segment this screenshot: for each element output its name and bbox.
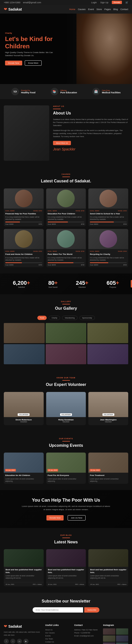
insta-item-6[interactable] (116, 642, 128, 644)
stat-number-1: 6,200+ (13, 280, 30, 286)
features-bar: 🍽 Provide For Healthy Food 📚 Offering Pu… (0, 84, 132, 99)
volunteer-name-3: Jean Washington (88, 419, 128, 421)
gallery-item-5[interactable] (46, 344, 87, 364)
logo-text: Sadakat (8, 7, 22, 11)
nav-causes[interactable]: Causes (78, 8, 86, 11)
help-join-button[interactable]: Join Us Now (68, 515, 86, 520)
about-text2: Sadakat through the use of literature on… (53, 129, 128, 138)
footer-link-causes[interactable]: Our Causes (45, 631, 70, 634)
newsletter-section: Subscribe our Newsletter Subscribe (0, 593, 132, 619)
volunteers-header: Know Our Team Our Expert Volunteer (4, 377, 128, 387)
gallery-tag: Gallery (4, 301, 128, 302)
nav-store[interactable]: Store (96, 8, 102, 11)
topbar-phone[interactable]: +880 1234-5360 (4, 1, 20, 4)
footer-link-contact[interactable]: Contact Us (45, 640, 70, 643)
news-author-3: PRY + Admin (117, 584, 126, 585)
gallery-grid (4, 323, 128, 364)
instagram-grid (103, 628, 128, 644)
cause-img-6 (88, 229, 128, 249)
gallery-tab-food[interactable]: Food (37, 316, 47, 320)
nav-home[interactable]: Home (69, 8, 75, 11)
linkedin-icon[interactable]: in (17, 639, 22, 644)
news-date-1: 18 Jun, 2021 (6, 584, 14, 585)
news-title: Latest News (4, 540, 128, 545)
feature-medical: 🏥 Care Free Medical Facilities (92, 88, 121, 95)
cause-img-1 (4, 188, 44, 209)
stat-label-1: Satisfied (13, 286, 30, 288)
about-title: About Us (53, 111, 128, 116)
insta-item-3[interactable] (103, 635, 115, 642)
footer-link-about[interactable]: About Us (45, 628, 70, 631)
youtube-icon[interactable]: ▶ (23, 639, 29, 644)
volunteer-role-2: Volunteer (46, 421, 86, 423)
cause-card-4: GOAL: $3000RAISE: $700 Food and Home for… (4, 229, 44, 267)
gallery-item-1[interactable] (4, 323, 45, 343)
signup-link[interactable]: Sign Up (100, 1, 108, 4)
cart-icon[interactable]: 🛒 (125, 1, 128, 4)
help-buttons: Donate Now Join Us Now (4, 515, 128, 520)
footer-link-events[interactable]: Events (45, 634, 70, 637)
events-title: Upcoming Events (4, 443, 128, 448)
news-header: Our Blog Latest News (4, 534, 128, 545)
volunteers-tag: Know Our Team (4, 377, 128, 379)
news-title-2: Boot and two published their supplier li… (48, 569, 84, 574)
cause-card-2: GOAL: $3000RAISE: $700 Education For Poo… (46, 188, 86, 227)
nav-pages[interactable]: Pages (104, 8, 111, 11)
nav-event[interactable]: Event (88, 8, 94, 11)
facebook-icon[interactable]: f (4, 639, 9, 644)
gallery-item-2[interactable] (46, 323, 87, 343)
donate-now-button[interactable]: Donate Now (5, 61, 22, 65)
help-donate-button[interactable]: Donate Now (46, 515, 64, 520)
donate-btn-topbar[interactable]: Donate (112, 1, 122, 4)
gallery-title: Our Gallery (4, 306, 128, 311)
topbar-left: +880 1234-5360 email@gmail.com (4, 1, 43, 4)
logo: ❤ Sadakat (4, 7, 22, 12)
footer-contact-title: Contact (74, 624, 99, 626)
volunteer-card-1: VOLUNTEER Devin Robertson Volunteer (4, 392, 44, 425)
volunteer-card-3: VOLUNTEER Jean Washington Volunteer (88, 392, 128, 425)
news-author-2: PRY + Admin (75, 584, 84, 585)
know-more-button[interactable]: Know More (25, 60, 41, 66)
gallery-tab-volunteering[interactable]: Volunteering (62, 316, 77, 320)
volunteers-divider (62, 380, 70, 381)
topbar-email[interactable]: email@gmail.com (23, 1, 41, 4)
newsletter-submit[interactable]: Subscribe (84, 607, 99, 613)
event-date-2: 26 Jan, 2022 (47, 469, 58, 471)
gallery-item-4[interactable] (4, 344, 45, 364)
insta-item-2[interactable] (116, 628, 128, 635)
logo-icon: ❤ (4, 7, 7, 12)
about-divider (53, 109, 61, 109)
nav-blog[interactable]: Blog (113, 8, 118, 11)
gallery-item-6[interactable] (87, 344, 128, 364)
causes-header: Causes Latest Caused of Sadakat. (4, 173, 128, 184)
event-title-1: Education for All Children (5, 474, 42, 477)
nav-links: Home Causes Event Store Pages Blog Conta… (69, 8, 128, 11)
about-text1: Sadakat is an ideal charity theme that i… (53, 118, 128, 127)
stat-label-4: Purpose (107, 286, 119, 288)
cause-img-2 (46, 188, 86, 209)
event-card-3: 26 Jan, 2022 Free Treatment Lorem ipsum … (88, 453, 128, 484)
volunteer-card-2: VOLUNTEER Ricky Goodman Volunteer (46, 392, 86, 425)
topbar-right: Login Sign Up Donate 🛒 (91, 1, 128, 4)
about-more-button[interactable]: About More Us (53, 141, 71, 145)
right-tab (131, 280, 132, 288)
footer-contact: Contact Address: Fake 01 Fake Name Phone… (74, 624, 99, 644)
insta-item-5[interactable] (103, 642, 115, 644)
about-section: ▶ About Us About Us Sadakat is an ideal … (0, 99, 132, 167)
volunteers-grid: VOLUNTEER Devin Robertson Volunteer VOLU… (4, 392, 128, 425)
stat-purpose: 605+ Purpose (107, 280, 119, 288)
twitter-icon[interactable]: t (10, 639, 15, 644)
newsletter-input[interactable] (33, 607, 83, 613)
about-image: ▶ (4, 105, 49, 161)
insta-item-4[interactable] (116, 635, 128, 642)
gallery-tab-sponsorship[interactable]: Sponsorship (80, 316, 95, 320)
feature-edu-text: Offering Pure Education (60, 90, 77, 94)
login-link[interactable]: Login (91, 1, 97, 4)
gallery-tab-charity[interactable]: Charity (49, 316, 60, 320)
nav-contact[interactable]: Contact (120, 8, 128, 11)
footer-about: ❤ Sadakat more web site, info about site… (4, 624, 41, 644)
footer-link-team[interactable]: Our Team (45, 637, 70, 640)
insta-item-1[interactable] (103, 628, 115, 635)
gallery-item-3[interactable] (87, 323, 128, 343)
footer-social: f t in ▶ (4, 639, 41, 644)
